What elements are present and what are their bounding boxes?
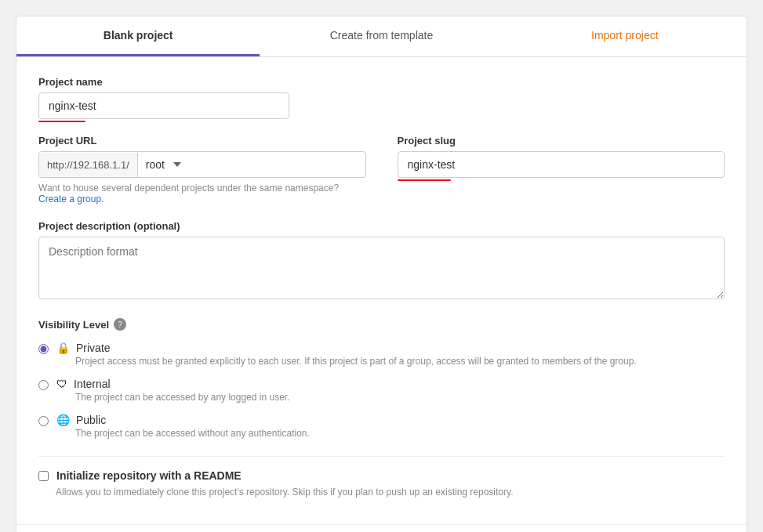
visibility-internal-content: 🛡 Internal The project can be accessed b…: [56, 378, 290, 403]
visibility-private-desc: Project access must be granted explicitl…: [75, 356, 637, 367]
private-icon: 🔒: [56, 342, 70, 354]
visibility-title: Visibility Level: [38, 319, 109, 331]
visibility-private-radio[interactable]: [38, 344, 49, 354]
visibility-public-item: 🌐 Public The project can be accessed wit…: [38, 414, 725, 439]
visibility-public-label[interactable]: Public: [76, 414, 106, 426]
visibility-private-content: 🔒 Private Project access must be granted…: [56, 342, 637, 367]
namespace-select[interactable]: root: [138, 152, 187, 177]
project-desc-textarea[interactable]: [38, 237, 725, 299]
project-slug-input[interactable]: [398, 151, 725, 178]
name-error-underline: [38, 121, 85, 122]
visibility-private-label[interactable]: Private: [76, 342, 111, 354]
namespace-help-text: Want to house several dependent projects…: [38, 183, 366, 204]
visibility-internal-label[interactable]: Internal: [74, 378, 111, 390]
visibility-public-desc: The project can be accessed without any …: [75, 428, 310, 439]
visibility-internal-desc: The project can be accessed by any logge…: [75, 392, 290, 403]
visibility-public-content: 🌐 Public The project can be accessed wit…: [56, 414, 310, 439]
tab-import-project[interactable]: Import project: [503, 16, 747, 56]
project-name-wrapper: [38, 92, 289, 119]
visibility-internal-radio[interactable]: [38, 380, 49, 390]
init-repo-label[interactable]: Initialize repository with a README: [56, 469, 242, 482]
form-body: Project name Project URL http://192.168.…: [16, 57, 747, 516]
tab-create-template[interactable]: Create from template: [260, 16, 503, 56]
form-footer: Create project Cancel: [16, 524, 747, 532]
init-repo-checkbox[interactable]: [38, 471, 49, 481]
visibility-radio-group: 🔒 Private Project access must be granted…: [38, 342, 725, 439]
slug-error-underline: [398, 179, 451, 181]
visibility-private-item: 🔒 Private Project access must be granted…: [38, 342, 725, 367]
internal-icon: 🛡: [56, 378, 67, 390]
visibility-label-row: Visibility Level ?: [38, 318, 725, 331]
public-icon: 🌐: [56, 414, 70, 426]
init-repo-row: Initialize repository with a README: [38, 469, 725, 482]
project-url-label: Project URL: [38, 135, 366, 147]
main-container: Blank project Create from template Impor…: [16, 16, 747, 532]
project-name-group: Project name: [38, 76, 725, 119]
project-name-label: Project name: [38, 76, 725, 88]
project-desc-group: Project description (optional): [38, 220, 725, 302]
tab-blank-project[interactable]: Blank project: [16, 16, 260, 56]
visibility-help-icon[interactable]: ?: [114, 318, 126, 331]
url-slug-row: Project URL http://192.168.1.1/ root Wan…: [38, 135, 725, 204]
visibility-public-radio[interactable]: [38, 416, 49, 426]
url-prefix: http://192.168.1.1/: [39, 153, 138, 177]
visibility-group: Visibility Level ? 🔒 Private Project acc…: [38, 318, 725, 439]
project-slug-group: Project slug: [398, 135, 725, 178]
create-group-link[interactable]: Create a group.: [38, 194, 104, 204]
project-url-group: Project URL http://192.168.1.1/ root Wan…: [38, 135, 366, 204]
slug-wrapper: [398, 151, 725, 178]
tab-bar: Blank project Create from template Impor…: [16, 16, 747, 57]
visibility-internal-item: 🛡 Internal The project can be accessed b…: [38, 378, 725, 403]
project-name-input[interactable]: [38, 92, 289, 119]
url-input-row: http://192.168.1.1/ root: [38, 151, 366, 178]
project-slug-label: Project slug: [398, 135, 725, 147]
init-repo-desc: Allows you to immediately clone this pro…: [56, 487, 725, 498]
project-desc-label: Project description (optional): [38, 220, 725, 232]
init-repo-section: Initialize repository with a README Allo…: [38, 456, 725, 498]
